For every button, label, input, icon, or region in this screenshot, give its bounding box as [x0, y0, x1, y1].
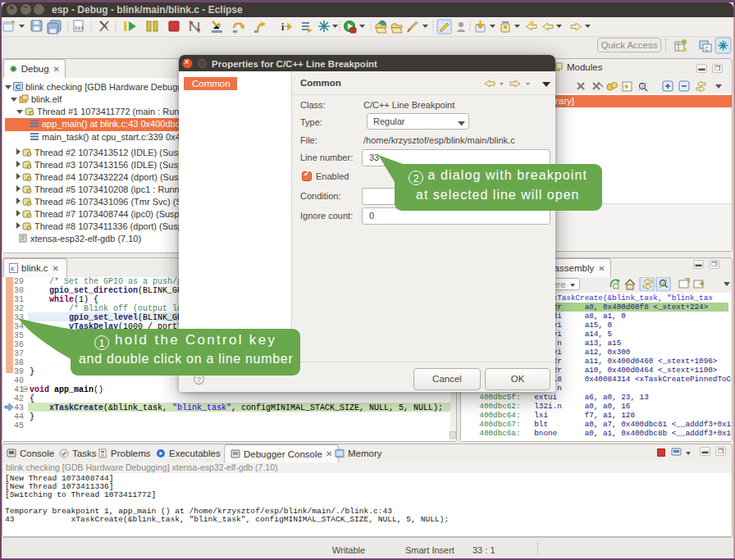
svg-text:C: C [16, 83, 21, 91]
svg-text:c: c [11, 265, 15, 272]
svg-text:C: C [705, 46, 709, 52]
svg-text:i: i [281, 21, 285, 33]
svg-text:010: 010 [75, 25, 84, 31]
